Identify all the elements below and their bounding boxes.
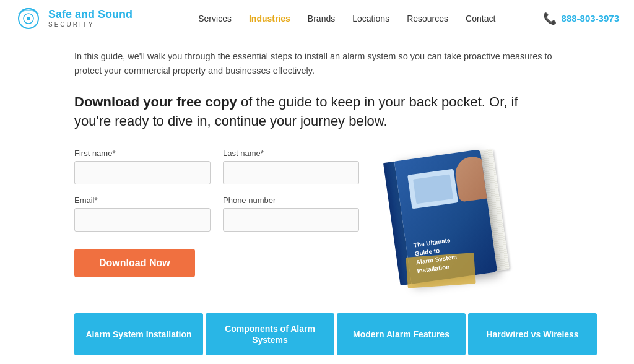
logo-main: Safe and Sound xyxy=(48,9,132,21)
email-label: Email* xyxy=(74,196,211,205)
phone-input[interactable] xyxy=(223,208,359,232)
first-name-input[interactable] xyxy=(74,161,211,184)
headline-bold: Download your free copy xyxy=(74,94,237,110)
tab-alarm-system-installation[interactable]: Alarm System Installation xyxy=(74,313,203,355)
intro-text: In this guide, we'll walk you through th… xyxy=(74,50,557,78)
phone-group: Phone number xyxy=(223,196,359,232)
form-row-name: First name* Last name* xyxy=(74,149,359,184)
form-area: First name* Last name* Email* Phone numb… xyxy=(74,149,359,277)
main-nav: Services Industries Brands Locations Res… xyxy=(151,14,543,24)
first-name-label: First name* xyxy=(74,149,211,158)
tab-components-alarm-systems[interactable]: Components of Alarm Systems xyxy=(206,313,334,355)
header: Safe and Sound SECURITY Services Industr… xyxy=(0,0,634,37)
nav-locations[interactable]: Locations xyxy=(352,14,389,24)
book-title: The Ultimate Guide to Alarm System Insta… xyxy=(413,232,489,276)
headline: Download your free copy of the guide to … xyxy=(74,93,532,131)
main-content: In this guide, we'll walk you through th… xyxy=(0,37,634,364)
logo[interactable]: Safe and Sound SECURITY xyxy=(15,5,151,32)
phone-number[interactable]: 888-803-3973 xyxy=(562,13,619,24)
email-input[interactable] xyxy=(74,208,211,232)
last-name-group: Last name* xyxy=(223,149,359,184)
form-row-contact: Email* Phone number xyxy=(74,196,359,232)
bottom-tabs: Alarm System Installation Components of … xyxy=(74,303,597,355)
tab-hardwired-vs-wireless[interactable]: Hardwired vs Wireless xyxy=(468,313,597,355)
nav-brands[interactable]: Brands xyxy=(308,14,335,24)
first-name-group: First name* xyxy=(74,149,211,184)
svg-point-2 xyxy=(27,17,30,20)
logo-icon xyxy=(15,5,42,32)
last-name-input[interactable] xyxy=(223,161,359,184)
download-now-button[interactable]: Download Now xyxy=(74,249,195,277)
logo-sub: SECURITY xyxy=(48,21,132,28)
book-image: The Ultimate Guide to Alarm System Insta… xyxy=(381,142,511,292)
logo-text: Safe and Sound SECURITY xyxy=(48,9,132,28)
nav-resources[interactable]: Resources xyxy=(407,14,448,24)
form-book-row: First name* Last name* Email* Phone numb… xyxy=(74,149,597,285)
phone-area: 📞 888-803-3973 xyxy=(543,12,619,25)
nav-services[interactable]: Services xyxy=(198,14,232,24)
last-name-label: Last name* xyxy=(223,149,359,158)
book-area: The Ultimate Guide to Alarm System Insta… xyxy=(378,149,514,285)
email-group: Email* xyxy=(74,196,211,232)
nav-contact[interactable]: Contact xyxy=(466,14,495,24)
nav-industries[interactable]: Industries xyxy=(249,14,290,24)
phone-icon: 📞 xyxy=(543,12,557,25)
phone-number-label: Phone number xyxy=(223,196,359,205)
tab-modern-alarm-features[interactable]: Modern Alarm Features xyxy=(337,313,466,355)
